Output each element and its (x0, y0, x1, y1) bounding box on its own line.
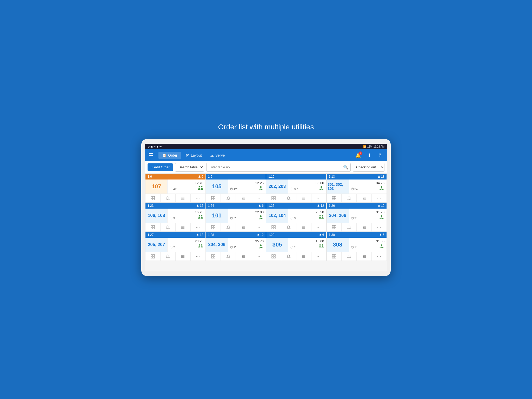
tab-order[interactable]: 📋 Order (158, 152, 181, 159)
bell-action-button[interactable] (161, 194, 176, 202)
clock-icon (351, 188, 354, 190)
list-action-button[interactable] (236, 252, 251, 261)
bell-action-button[interactable] (221, 194, 236, 202)
card-actions: ··· (206, 194, 266, 202)
grid-action-button[interactable] (266, 194, 281, 202)
bell-action-button[interactable] (281, 194, 296, 202)
svg-point-116 (201, 244, 202, 246)
svg-rect-46 (334, 196, 336, 198)
more-action-button[interactable]: ··· (372, 223, 387, 231)
bell-action-button[interactable] (221, 252, 236, 261)
svg-point-15 (182, 198, 183, 198)
bell-icon (166, 254, 170, 258)
list-icon (362, 225, 366, 229)
order-time: 34' (351, 188, 358, 191)
order-meta: 2' (230, 244, 264, 250)
order-number: 105 (206, 179, 228, 194)
svg-rect-75 (214, 225, 215, 227)
more-action-button[interactable]: ··· (311, 223, 326, 231)
list-action-button[interactable] (176, 194, 191, 202)
order-info: 31.00 1' (349, 238, 387, 252)
help-button[interactable]: ? (376, 151, 384, 160)
svg-rect-92 (272, 228, 273, 229)
dots-icon: ··· (196, 225, 200, 230)
list-icon (181, 196, 185, 200)
bell-action-button[interactable] (281, 223, 296, 231)
svg-point-82 (318, 205, 319, 206)
table-number-input[interactable] (207, 163, 341, 171)
more-action-button[interactable]: ··· (251, 252, 266, 261)
checkout-select[interactable]: Checking out All tables Occupied Availab… (353, 164, 384, 170)
menu-icon[interactable]: ☰ (148, 151, 154, 159)
list-action-button[interactable] (296, 194, 311, 202)
card-header: 1.6 6 (145, 174, 205, 179)
bell-action-button[interactable] (221, 223, 236, 231)
status-icon (198, 186, 203, 192)
status-icon (318, 244, 324, 250)
svg-rect-120 (153, 255, 155, 256)
more-action-button[interactable]: ··· (372, 252, 387, 261)
grid-action-button[interactable] (145, 194, 161, 202)
list-action-button[interactable] (236, 223, 251, 231)
list-action-button[interactable] (176, 252, 191, 261)
table-id: 1.5 (208, 175, 212, 178)
status-icon (318, 186, 324, 192)
svg-rect-150 (272, 257, 273, 258)
grid-action-button[interactable] (145, 223, 161, 231)
search-button[interactable]: 🔍 (341, 165, 350, 170)
more-action-button[interactable]: ··· (251, 194, 266, 202)
more-action-button[interactable]: ··· (191, 194, 205, 202)
svg-point-44 (381, 186, 382, 188)
status-icon (379, 215, 384, 221)
grid-action-button[interactable] (327, 223, 342, 231)
grid-action-button[interactable] (327, 252, 342, 261)
more-action-button[interactable]: ··· (311, 252, 326, 261)
bell-icon (226, 254, 230, 258)
more-action-button[interactable]: ··· (251, 223, 266, 231)
grid-action-button[interactable] (266, 252, 281, 261)
bell-action-button[interactable] (342, 194, 357, 202)
svg-rect-151 (274, 257, 275, 258)
more-action-button[interactable]: ··· (191, 252, 205, 261)
dots-icon: ··· (317, 225, 321, 230)
tab-serve[interactable]: ☁ Serve (207, 152, 229, 159)
svg-rect-45 (332, 196, 334, 198)
svg-point-140 (320, 234, 321, 235)
svg-point-52 (363, 198, 364, 198)
list-action-button[interactable] (296, 252, 311, 261)
tab-layout[interactable]: 🗺 Layout (182, 152, 205, 159)
order-amount: 12.70 (170, 181, 203, 185)
grid-action-button[interactable] (266, 223, 281, 231)
tablet-frame: ⊙ ▣ ✂ ▲ ✉ 📶 13% 11:23 AM ☰ 📋 Order 🗺 Lay… (141, 139, 391, 276)
add-order-button[interactable]: + Add Order (148, 163, 173, 171)
grid-action-button[interactable] (327, 194, 342, 202)
bell-action-button[interactable] (342, 252, 357, 261)
svg-point-53 (197, 205, 198, 206)
list-action-button[interactable] (357, 194, 372, 202)
list-action-button[interactable] (357, 252, 372, 261)
list-action-button[interactable] (357, 223, 372, 231)
grid-action-button[interactable] (206, 252, 221, 261)
more-action-button[interactable]: ··· (372, 194, 387, 202)
more-action-button[interactable]: ··· (191, 223, 205, 231)
search-table-select[interactable]: Search table (175, 164, 204, 170)
notification-button[interactable]: 🔔 1 (354, 151, 363, 160)
list-action-button[interactable] (176, 223, 191, 231)
bell-action-button[interactable] (161, 252, 176, 261)
order-meta: 2' (351, 215, 385, 221)
list-action-button[interactable] (236, 194, 251, 202)
download-button[interactable]: ⬇ (365, 151, 374, 160)
order-amount: 15.00 (290, 239, 324, 243)
grid-action-button[interactable] (206, 194, 221, 202)
grid-action-button[interactable] (145, 252, 161, 261)
bell-action-button[interactable] (342, 223, 357, 231)
order-meta: 1' (351, 244, 385, 250)
more-action-button[interactable]: ··· (311, 194, 326, 202)
svg-point-19 (260, 186, 262, 188)
bell-action-button[interactable] (281, 252, 296, 261)
people-count: 6 (379, 233, 384, 237)
help-icon: ? (379, 153, 381, 158)
grid-action-button[interactable] (206, 223, 221, 231)
list-action-button[interactable] (296, 223, 311, 231)
bell-action-button[interactable] (161, 223, 176, 231)
